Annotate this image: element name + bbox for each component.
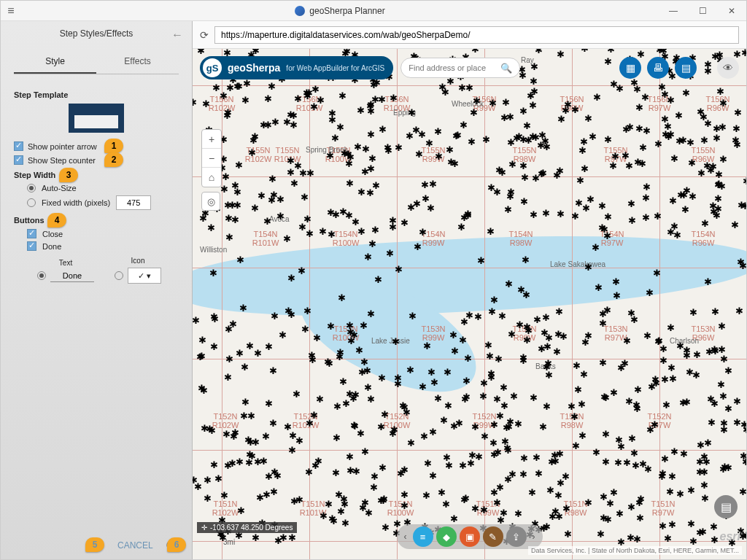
panel-title: Step Styles/Effects xyxy=(60,28,133,39)
bookmarks-button[interactable]: ▤ xyxy=(675,57,697,79)
window-maximize[interactable]: ☐ xyxy=(688,6,717,16)
layer-list-widget[interactable]: ◆ xyxy=(436,526,457,547)
app-icon xyxy=(295,6,305,16)
checkbox-step-counter[interactable] xyxy=(14,155,23,165)
place-label: Spring Brook xyxy=(306,146,348,154)
url-input[interactable] xyxy=(214,26,739,44)
legend-widget[interactable]: ≡ xyxy=(413,526,433,547)
window-minimize[interactable]: — xyxy=(659,6,688,16)
checkbox-close[interactable] xyxy=(27,229,36,238)
search-input[interactable] xyxy=(409,63,496,72)
map-canvas[interactable]: gS geoSherpa for Web AppBuilder for ArcG… xyxy=(193,49,746,559)
annotation-5: 5 xyxy=(85,537,104,552)
place-label: Charlson xyxy=(670,337,699,345)
icon-select[interactable]: ✓ ▾ xyxy=(128,268,161,284)
radio-auto-size[interactable] xyxy=(27,184,36,192)
scale-bar: 3mi xyxy=(223,538,235,546)
dock-prev[interactable]: ‹ xyxy=(401,532,410,542)
place-label: Lake Sakakawea xyxy=(550,260,605,268)
tab-style[interactable]: Style xyxy=(14,50,96,74)
show-counter-label: Show Step counter xyxy=(28,156,96,165)
annotation-2: 2 xyxy=(104,152,123,167)
checkbox-pointer-arrow[interactable] xyxy=(14,141,23,151)
esri-logo: esri xyxy=(720,530,740,543)
step-template-label: Step Template xyxy=(14,90,179,99)
bookmarks-widget[interactable]: ▣ xyxy=(460,526,480,547)
draw-widget[interactable]: ✎ xyxy=(483,526,503,547)
attribute-table-button[interactable]: ▤ xyxy=(714,495,738,518)
brand-logo-icon: gS xyxy=(203,58,222,77)
brand-tagline: for Web AppBuilder for ArcGIS xyxy=(286,64,384,72)
text-header: Text xyxy=(59,259,72,267)
buttons-label: Buttons xyxy=(14,216,44,225)
template-thumbnail[interactable] xyxy=(69,104,124,133)
auto-size-label: Auto-Size xyxy=(42,184,77,192)
attribution-text: Data Services, Inc. | State of North Dak… xyxy=(528,546,742,555)
place-label: Wheelock xyxy=(452,100,484,108)
widget-dock: ‹ ≡ ◆ ▣ ✎ ⇪ › xyxy=(397,524,543,549)
place-label: Williston xyxy=(200,246,227,254)
cancel-button[interactable]: CANCEL xyxy=(117,540,153,551)
title-bar: ≡ geoSherpa Planner — ☐ ✕ xyxy=(1,1,746,21)
zoom-out-button[interactable]: − xyxy=(202,149,221,168)
radio-icon[interactable] xyxy=(115,271,123,280)
checkbox-done[interactable] xyxy=(27,241,36,251)
geocoder[interactable]: 🔍 xyxy=(400,58,520,78)
fixed-width-input[interactable] xyxy=(116,195,151,210)
reload-icon[interactable]: ⟳ xyxy=(200,29,209,41)
township-grid xyxy=(193,49,746,559)
annotation-1: 1 xyxy=(104,139,123,153)
icon-header: Icon xyxy=(131,257,145,265)
basemap-gallery-button[interactable]: ▦ xyxy=(619,57,641,79)
done-label: Done xyxy=(42,242,61,251)
locate-button[interactable]: ◎ xyxy=(201,192,220,211)
zoom-controls: + − ⌂ xyxy=(201,129,222,187)
coordinate-readout: ✛-103.637 48.250 Degrees xyxy=(197,522,297,533)
app-title: geoSherpa Planner xyxy=(309,6,384,16)
print-button[interactable]: 🖶 xyxy=(647,57,669,79)
place-label: Epping xyxy=(393,109,416,117)
close-label: Close xyxy=(42,230,63,238)
tab-effects[interactable]: Effects xyxy=(96,50,179,74)
style-panel: Step Styles/Effects ← Style Effects Step… xyxy=(1,21,193,559)
done-text-input[interactable] xyxy=(50,270,94,282)
dock-next[interactable]: › xyxy=(530,532,538,542)
radio-text[interactable] xyxy=(37,271,46,280)
hamburger-icon[interactable]: ≡ xyxy=(1,4,21,18)
back-arrow-icon[interactable]: ← xyxy=(171,28,183,42)
home-button[interactable]: ⌂ xyxy=(202,168,221,187)
window-close[interactable]: ✕ xyxy=(717,6,746,16)
url-bar: ⟳ xyxy=(193,21,746,49)
annotation-3: 3 xyxy=(59,168,78,182)
place-label: Banks xyxy=(535,362,556,370)
visibility-toggle[interactable]: 👁 xyxy=(717,57,739,79)
search-icon[interactable]: 🔍 xyxy=(500,63,512,74)
place-label: Avoca xyxy=(269,215,290,223)
brand-name: geoSherpa xyxy=(228,62,280,74)
brand-pill: gS geoSherpa for Web AppBuilder for ArcG… xyxy=(200,56,393,79)
show-pointer-label: Show pointer arrow xyxy=(28,142,97,151)
annotation-6: 6 xyxy=(167,537,186,552)
annotation-4: 4 xyxy=(47,213,66,228)
radio-fixed-width[interactable] xyxy=(27,198,36,207)
share-widget[interactable]: ⇪ xyxy=(506,526,527,547)
zoom-in-button[interactable]: + xyxy=(202,130,221,149)
place-label: Lake Jessie xyxy=(371,337,410,345)
step-width-label: Step Width xyxy=(14,171,55,179)
fixed-width-label: Fixed width (pixels) xyxy=(42,198,110,207)
